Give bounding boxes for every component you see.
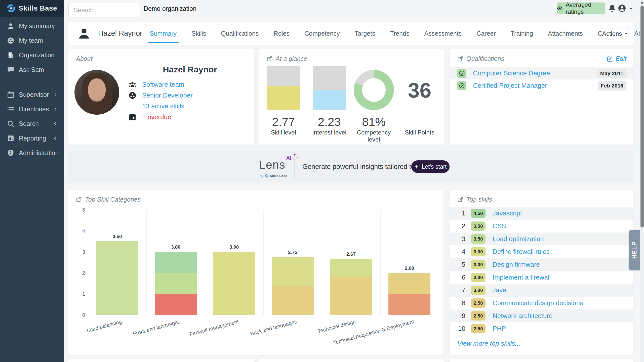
top-skills-list: 14.50Javascript23.50CSS33.50Load optimiz…	[450, 207, 633, 335]
sidebar-item-organization[interactable]: Organization	[0, 48, 64, 62]
sidebar-item-label: Organization	[19, 52, 55, 59]
chart-bar-slot: 2.75	[263, 210, 322, 315]
sidebar-item-ask-sam[interactable]: Ask Sam	[0, 62, 64, 77]
list-icon	[7, 106, 14, 113]
skill-link[interactable]: Network architecture	[493, 312, 552, 320]
tab-roles[interactable]: Roles	[273, 22, 290, 45]
scrollbar-up-arrow[interactable]	[641, 1, 643, 4]
skill-rank: 8	[450, 299, 465, 307]
notifications-bell-icon[interactable]	[608, 4, 616, 12]
top-skills-card: Top skills 14.50Javascript23.50CSS33.50L…	[450, 190, 633, 355]
sidebar-item-my-summary[interactable]: My summary	[0, 19, 64, 33]
overdue-link[interactable]: 1 overdue	[142, 113, 171, 121]
chart-bar-back-end-languages	[272, 257, 314, 315]
sidebar-item-reporting[interactable]: Reporting	[0, 131, 64, 146]
app-title: Skills Base	[19, 4, 57, 12]
bar-chart-icon	[7, 135, 14, 142]
chart-bar-slot: 3.00	[146, 210, 205, 315]
user-account-icon[interactable]	[618, 4, 626, 12]
scrollbar-thumb[interactable]	[640, 6, 644, 228]
chart-bar-segment	[155, 273, 197, 294]
chart-bar-value-label: 2.00	[380, 265, 439, 271]
tab-skills[interactable]: Skills	[191, 22, 206, 45]
sidebar-item-administration[interactable]: Administration	[0, 146, 64, 160]
tab-attachments[interactable]: Attachments	[548, 22, 583, 45]
team-group-icon	[129, 81, 136, 88]
chart-y-tick-label: 5	[76, 207, 85, 213]
about-card-title: About	[76, 55, 92, 62]
skill-link[interactable]: Define firewall rules	[493, 248, 550, 256]
skill-score-badge: 3.00	[471, 247, 486, 256]
top-skill-row: 53.00Design firmware	[450, 258, 633, 271]
chart-bar-slot: 3.50	[88, 210, 146, 315]
help-tab[interactable]: HELP	[629, 230, 640, 270]
top-skill-row: 102.50PHP	[450, 322, 633, 335]
skill-link[interactable]: Implement a firewall	[493, 274, 551, 281]
next-row-card-sliver	[68, 359, 254, 362]
sidebar-item-directories[interactable]: Directories	[0, 102, 64, 116]
team-link[interactable]: Software team	[142, 81, 184, 88]
tab-training[interactable]: Training	[511, 22, 533, 45]
chart-bar-segment	[330, 277, 372, 315]
external-link-icon	[457, 56, 463, 62]
skill-link[interactable]: Load optimization	[493, 235, 544, 243]
skill-score-badge: 2.50	[471, 324, 486, 333]
at-a-glance-title: At a glance	[267, 55, 307, 62]
external-link-icon	[76, 197, 82, 202]
search-input[interactable]	[68, 3, 140, 17]
view-more-top-skills-link[interactable]: View more top skills...	[457, 340, 520, 347]
skill-score-badge: 3.50	[471, 234, 486, 244]
averaged-ratings-button[interactable]: Averaged ratings	[557, 3, 605, 14]
sidebar-item-supervisor[interactable]: Supervisor	[0, 87, 64, 102]
help-label: HELP	[631, 241, 638, 259]
qualification-link[interactable]: Certified Project Manager	[473, 82, 547, 89]
tab-competency[interactable]: Competency	[304, 22, 340, 45]
about-person-name: Hazel Raynor	[126, 65, 254, 74]
chart-bar-value-label: 3.50	[88, 234, 146, 239]
team-icon	[7, 37, 14, 44]
top-skill-row: 73.00Java	[450, 284, 633, 297]
active-skills-link[interactable]: 13 active skills	[142, 102, 184, 110]
sidebar-item-label: My summary	[19, 22, 55, 30]
qualifications-card: Qualifications Edit Computer Science Deg…	[450, 49, 633, 145]
chart-tick	[86, 231, 88, 231]
tab-qualifications[interactable]: Qualifications	[221, 22, 259, 45]
tab-summary[interactable]: Summary	[150, 22, 177, 45]
interest-level-bar-fill	[313, 90, 346, 110]
skill-score-badge: 3.00	[471, 273, 486, 282]
actions-button[interactable]: Actions	[602, 28, 628, 39]
sidebar-item-search[interactable]: Search	[0, 116, 64, 131]
chart-bar-segment	[272, 286, 314, 315]
chart-bar-segment	[388, 294, 430, 315]
lets-start-button[interactable]: Let's start	[411, 160, 450, 173]
skill-rank: 5	[450, 261, 465, 268]
page-scrollbar[interactable]	[640, 0, 644, 362]
skill-link[interactable]: Design firmware	[493, 261, 540, 268]
skill-rank: 3	[450, 235, 465, 243]
skill-link[interactable]: CSS	[493, 222, 506, 230]
chart-tick	[86, 294, 88, 294]
sidebar-logo[interactable]: Skills Base	[0, 0, 64, 17]
profile-name: Hazel Raynor	[98, 29, 142, 37]
sidebar-item-my-team[interactable]: My team	[0, 33, 64, 48]
chart-bars: 3.503.003.002.752.672.00	[88, 210, 439, 315]
qualifications-edit-button[interactable]: Edit	[607, 55, 626, 62]
skill-level-label: Skill level	[260, 129, 307, 136]
tab-assessments[interactable]: Assessments	[424, 22, 462, 45]
tab-trends[interactable]: Trends	[390, 22, 410, 45]
sidebar-item-label: Administration	[19, 149, 59, 157]
skill-link[interactable]: Java	[493, 286, 506, 294]
tab-career[interactable]: Career	[476, 22, 496, 45]
chevron-left-icon	[54, 92, 58, 97]
skill-rank: 6	[450, 274, 465, 281]
tab-targets[interactable]: Targets	[355, 22, 375, 45]
skill-link[interactable]: Communicate design decisions	[493, 299, 583, 307]
skill-link[interactable]: Javascript	[493, 209, 522, 217]
account-menu-caret-icon[interactable]	[629, 7, 633, 11]
skill-rank: 10	[450, 325, 465, 333]
skill-link[interactable]: PHP	[493, 325, 506, 333]
chart-tick	[86, 252, 88, 252]
role-link[interactable]: Senior Developer	[142, 92, 193, 99]
lens-ai-banner: Lens AI by Skills Base Generate powerful…	[68, 151, 634, 183]
qualification-link[interactable]: Computer Science Degree	[473, 69, 550, 77]
